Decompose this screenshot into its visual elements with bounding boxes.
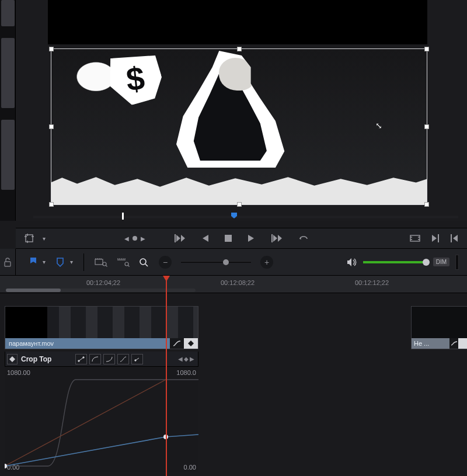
next-clip-curve-badge[interactable] xyxy=(449,338,458,349)
svg-point-6 xyxy=(125,262,128,266)
overlay-menu-chevron-icon[interactable]: ▾ xyxy=(43,235,46,242)
dim-button[interactable]: DIM xyxy=(433,258,449,266)
transform-selection[interactable] xyxy=(51,48,427,205)
transport-bar: ▾ ◀ ▶ xyxy=(16,228,467,249)
range-dot[interactable] xyxy=(133,236,137,241)
clip-curve-badge[interactable] xyxy=(170,338,184,349)
curve-ease-out-button[interactable] xyxy=(103,354,115,364)
zoom-custom-button[interactable] xyxy=(139,258,148,267)
viewer-scrubber[interactable] xyxy=(33,210,458,223)
viewer-letterbox xyxy=(48,0,427,44)
zoom-in-button[interactable]: + xyxy=(260,256,273,269)
svg-rect-3 xyxy=(5,262,11,266)
svg-point-5 xyxy=(103,262,106,266)
zoom-slider[interactable] xyxy=(181,261,251,263)
svg-rect-0 xyxy=(26,235,33,242)
svg-rect-1 xyxy=(225,235,232,242)
zoom-out-button[interactable]: − xyxy=(159,256,172,269)
prev-clip-button[interactable] xyxy=(451,234,458,242)
timeline-toolbar: ▾ ▾ − + DIM xyxy=(0,249,467,276)
keyframe-parameter-row: Crop Top ◀ ◆ ▶ xyxy=(5,352,198,367)
next-clip-label: Не ... xyxy=(412,338,449,349)
keyframe-toggle[interactable] xyxy=(7,354,18,364)
clip-name-label: парамаунт.mov xyxy=(5,338,170,349)
timecode-3: 00:12:12;22 xyxy=(355,279,389,286)
curve-custom-button[interactable] xyxy=(131,354,143,364)
play-button[interactable] xyxy=(248,234,255,242)
clip-keyframe-badge[interactable] xyxy=(184,338,198,349)
svg-rect-4 xyxy=(95,259,103,265)
volume-slider[interactable] xyxy=(363,261,427,263)
audio-waveform-sidebar xyxy=(0,0,16,221)
svg-point-7 xyxy=(140,259,146,265)
svg-point-11 xyxy=(5,464,7,468)
marker-blue-icon[interactable] xyxy=(56,258,64,267)
range-prev-icon[interactable]: ◀ xyxy=(124,235,129,242)
flag-blue-icon[interactable] xyxy=(30,258,37,267)
keyframe-diamond-icon[interactable]: ◆ xyxy=(184,356,189,362)
speaker-icon[interactable] xyxy=(347,258,357,267)
lock-icon[interactable] xyxy=(4,258,12,267)
stop-button[interactable] xyxy=(225,235,232,242)
next-timeline-clip[interactable]: Не ... xyxy=(411,306,467,349)
prev-keyframe-button[interactable]: ◀ xyxy=(178,356,183,362)
viewer-canvas[interactable]: ⤡ xyxy=(51,48,427,205)
audio-meter xyxy=(455,255,459,270)
keyframe-graph[interactable]: 1080.00 1080.0 0.00 0.00 xyxy=(5,367,198,472)
curve-ease-both-button[interactable] xyxy=(117,354,129,364)
timeline-range-bar[interactable] xyxy=(6,289,196,292)
timeline-clip[interactable]: парамаунт.mov xyxy=(5,306,198,349)
curve-linear-button[interactable] xyxy=(75,354,87,364)
svg-point-9 xyxy=(83,356,84,357)
go-start-button[interactable] xyxy=(175,234,185,242)
crop-overlay-button[interactable] xyxy=(24,233,34,244)
playhead[interactable] xyxy=(166,276,167,476)
marker-blue-menu-icon[interactable]: ▾ xyxy=(70,259,73,265)
step-back-button[interactable] xyxy=(201,234,208,242)
timeline-ruler[interactable]: 00:12:04;22 00:12:08;22 00:12:12;22 xyxy=(0,276,467,293)
clip-thumbnail xyxy=(5,307,198,338)
go-end-button[interactable] xyxy=(271,234,282,242)
timecode-1: 00:12:04;22 xyxy=(86,279,120,286)
curve-ease-in-button[interactable] xyxy=(89,354,101,364)
range-next-icon[interactable]: ▶ xyxy=(141,235,145,242)
next-clip-keyframe-badge[interactable] xyxy=(458,338,467,349)
svg-rect-2 xyxy=(410,235,420,241)
next-keyframe-button[interactable]: ▶ xyxy=(190,356,194,362)
parameter-name: Crop Top xyxy=(21,355,51,363)
next-clip-button[interactable] xyxy=(432,234,439,242)
loop-button[interactable] xyxy=(298,234,309,242)
zoom-range-button[interactable] xyxy=(95,258,107,267)
timecode-2: 00:12:08;22 xyxy=(221,279,255,286)
viewer-panel: ⤡ xyxy=(16,0,467,221)
flag-blue-menu-icon[interactable]: ▾ xyxy=(43,259,46,265)
zoom-detail-button[interactable] xyxy=(117,258,130,267)
match-frame-button[interactable] xyxy=(410,234,420,242)
